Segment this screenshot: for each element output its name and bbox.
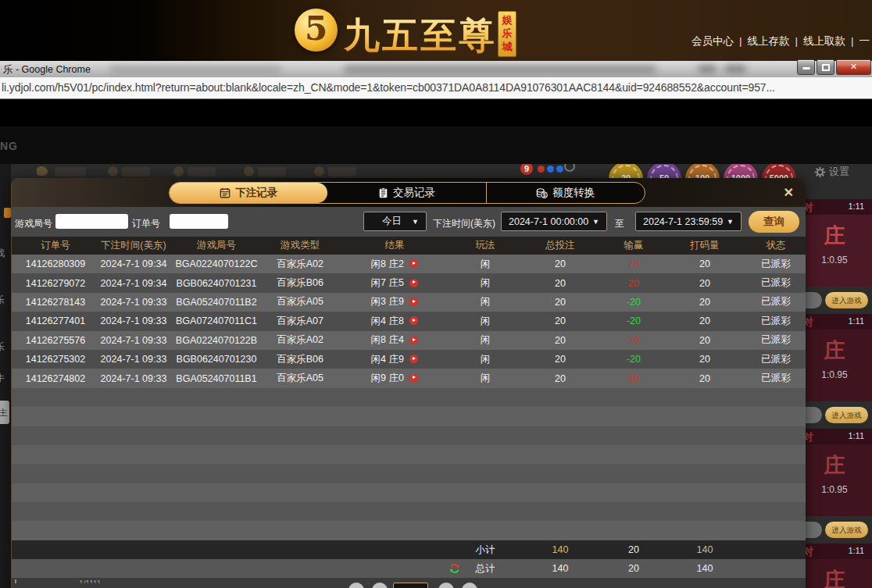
lobby-nav-icon <box>314 166 324 176</box>
page-last-button[interactable] <box>462 583 477 588</box>
brand-logo-icon: 5 <box>295 9 338 52</box>
tab-transaction-records[interactable]: 交易记录 <box>327 183 485 203</box>
order-input[interactable] <box>170 214 228 229</box>
column-header: 输赢 <box>604 237 663 255</box>
card-header: 对1:11 <box>797 199 872 215</box>
site-title: 九五至尊 <box>344 12 497 60</box>
cell-result: 闲4 庄9 <box>335 353 454 366</box>
card-body: 庄1:0.95 <box>797 444 872 516</box>
cell-result: 闲4 庄8 <box>335 315 454 328</box>
left-fragment: 乐 <box>0 294 5 307</box>
cell-play: 闲 <box>454 372 516 385</box>
search-button[interactable]: 查询 <box>749 211 799 233</box>
cell-status: 已派彩 <box>746 315 806 328</box>
odds-label: 1:0.95 <box>797 369 872 380</box>
replay-icon[interactable] <box>409 336 418 344</box>
site-header: 5 九五至尊 娱 乐 城 会员中心|线上存款|线上取款|一 <box>0 0 872 61</box>
replay-icon[interactable] <box>409 259 418 268</box>
to-datetime-select[interactable]: 2024-7-1 23:59:59▼ <box>635 212 742 231</box>
banker-label: 庄 <box>797 215 872 248</box>
cell-win: 20 <box>604 258 663 269</box>
page-input[interactable] <box>393 583 428 588</box>
titlebar-smudge <box>698 65 717 73</box>
maximize-button[interactable] <box>817 59 834 75</box>
cell-time: 2024-7-1 09:33 <box>99 354 168 365</box>
tab-credit-transfer[interactable]: $额度转换 <box>486 183 645 203</box>
close-button[interactable]: ✕ <box>836 59 871 75</box>
screen: 5 九五至尊 娱 乐 城 会员中心|线上存款|线上取款|一 乐 - Google… <box>0 0 872 588</box>
page-first-button[interactable] <box>348 583 364 588</box>
page-prev-button[interactable] <box>372 583 388 588</box>
link-member-center[interactable]: 会员中心 <box>692 35 734 47</box>
bet-records-modal: 下注记录 交易记录 $额度转换 ✕ 游戏局号 订单号 今日▼ 下注时间(美东) … <box>11 178 806 588</box>
table-row: 141262790722024-7-1 09:34BGB06240701231百… <box>12 273 806 292</box>
cell-time: 2024-7-1 09:33 <box>99 335 168 346</box>
cell-game: 百家乐A05 <box>265 372 335 385</box>
total-bet: 140 <box>516 563 604 574</box>
replay-icon[interactable] <box>409 355 418 363</box>
replay-icon[interactable] <box>409 316 418 325</box>
cell-status: 已派彩 <box>746 295 806 308</box>
page-next-button[interactable] <box>438 583 454 588</box>
modal-close-icon[interactable]: ✕ <box>784 185 794 200</box>
order-label: 订单号 <box>132 217 160 230</box>
lobby-nav-item <box>328 167 356 176</box>
logo-badge: 娱 乐 城 <box>498 11 516 57</box>
column-header: 总投注 <box>516 237 604 255</box>
cell-turnover: 20 <box>663 258 746 269</box>
address-bar[interactable]: li.ydjol.com/h5V01/pc/index.html?return=… <box>0 77 872 99</box>
to-label: 至 <box>615 217 624 230</box>
scrollbar-fragment <box>15 579 16 583</box>
minimize-button[interactable] <box>797 59 815 75</box>
cell-time: 2024-7-1 09:34 <box>99 258 168 269</box>
link-deposit[interactable]: 线上存款 <box>747 35 789 47</box>
left-fragment <box>4 208 11 218</box>
url-text: li.ydjol.com/h5V01/pc/index.html?return=… <box>2 81 775 94</box>
cell-play: 闲 <box>454 276 516 290</box>
badge-char: 乐 <box>499 27 516 40</box>
tab-bet-records[interactable]: 下注记录 <box>170 183 327 203</box>
svg-text:$: $ <box>543 192 546 198</box>
replay-icon[interactable] <box>409 298 418 306</box>
link-withdraw[interactable]: 线上取款 <box>803 35 845 47</box>
game-round-input[interactable] <box>55 214 128 229</box>
game-header: NG ? <box>0 127 872 164</box>
total-label: 总计 <box>454 562 516 576</box>
cell-round: BGB06240701230 <box>168 354 265 365</box>
cell-play: 闲 <box>454 258 516 271</box>
badge-char: 娱 <box>499 13 516 27</box>
card-header: 对1:11 <box>797 314 872 330</box>
enter-game-button[interactable]: 进入游戏 <box>825 522 868 538</box>
cell-turnover: 20 <box>663 335 746 346</box>
from-datetime-select[interactable]: 2024-7-1 00:00:00▼ <box>501 212 607 231</box>
side-tab[interactable]: 主 <box>0 401 9 424</box>
game-card: 对1:11庄1:0.95进入游戏 <box>797 314 872 429</box>
lobby-settings-button[interactable]: 设置 <box>814 165 849 179</box>
column-header: 结果 <box>335 237 454 255</box>
cell-play: 闲 <box>454 353 516 366</box>
enter-game-button[interactable]: 进入游戏 <box>825 292 868 308</box>
cell-turnover: 20 <box>663 373 746 384</box>
titlebar-smudge <box>344 65 656 73</box>
cell-time: 2024-7-1 09:34 <box>99 278 168 289</box>
replay-icon[interactable] <box>409 279 418 287</box>
cell-turnover: 20 <box>663 297 746 308</box>
total-win: 20 <box>604 563 663 574</box>
column-header: 游戏局号 <box>168 237 265 255</box>
column-header: 订单号 <box>12 237 99 255</box>
cell-turnover: 20 <box>663 315 746 326</box>
replay-icon[interactable] <box>409 374 418 383</box>
range-select[interactable]: 今日▼ <box>363 212 427 231</box>
cell-status: 已派彩 <box>746 333 806 347</box>
cell-game: 百家乐A02 <box>265 258 335 271</box>
cell-round: BGA0224070122B <box>168 335 265 346</box>
window-titlebar: 乐 - Google Chrome ✕ <box>0 61 872 77</box>
refresh-icon[interactable] <box>449 563 460 574</box>
link-partial[interactable]: 一 <box>859 35 870 47</box>
odds-label: 1:0.95 <box>797 255 872 265</box>
lobby-nav-item <box>55 167 86 176</box>
cell-win: -20 <box>604 354 663 365</box>
window-title: 乐 - Google Chrome <box>3 63 91 77</box>
enter-game-button[interactable]: 进入游戏 <box>825 407 868 423</box>
card-buttons: 进入游戏 <box>797 287 872 314</box>
